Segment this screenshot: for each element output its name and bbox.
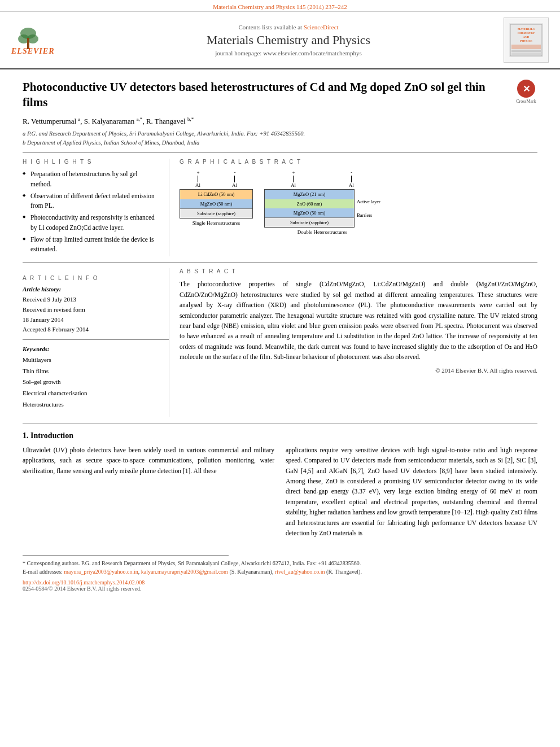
article-title-section: Photoconductive UV detectors based heter… — [23, 69, 537, 116]
article-history-text: Received 9 July 2013 Received in revised… — [23, 295, 169, 334]
intro-body: Ultraviolet (UV) photo detectors have be… — [23, 445, 537, 539]
main-content: Photoconductive UV detectors based heter… — [0, 69, 560, 592]
keyword-3: Sol–gel growth — [23, 377, 169, 388]
highlight-item-3: Photoconductivity and responsivity is en… — [23, 213, 159, 233]
layer-substrate-single: Substrate (sapphire) — [180, 208, 252, 218]
svg-text:PHYSICS: PHYSICS — [520, 40, 532, 42]
journal-homepage: journal homepage: www.elsevier.com/locat… — [73, 50, 504, 56]
rule-3 — [23, 423, 537, 423]
revised-date: 18 January 2014 — [23, 315, 169, 325]
author-vettumperumal: R. Vettumperumal a — [23, 117, 80, 125]
keyword-2: Thin films — [23, 366, 169, 377]
double-electrodes: Al Al — [264, 176, 380, 188]
author-kalyanaraman: S. Kalyanaraman a,* — [84, 117, 143, 125]
double-structure-with-labels: MgZnO (21 nm) ZnO (60 nm) MgZnO (50 nm) … — [264, 189, 380, 228]
single-electrodes: Al Al — [180, 176, 253, 188]
svg-rect-13 — [511, 50, 541, 52]
svg-text:ELSEVIER: ELSEVIER — [11, 47, 54, 55]
introduction-section: 1. Introduction Ultraviolet (UV) photo d… — [23, 431, 537, 539]
info-abstract-row: A R T I C L E I N F O Article history: R… — [23, 268, 537, 417]
email-link-3[interactable]: rtvel_au@yahoo.co.in — [275, 569, 325, 575]
abstract-label: A B S T R A C T — [180, 268, 537, 274]
single-structure-diagram: Li:CdZnO (50 nm) MgZnO (50 nm) Substrate… — [180, 189, 253, 219]
svg-rect-14 — [511, 53, 541, 55]
journal-logo-right: MATERIALS CHEMISTRY AND PHYSICS — [504, 18, 549, 63]
electrode-al-right: Al — [232, 176, 237, 188]
article-info-section: A R T I C L E I N F O Article history: R… — [23, 268, 169, 417]
author-thangavel: R. Thangavel b,* — [146, 117, 194, 125]
journal-reference-text: Materials Chemistry and Physics 145 (201… — [213, 3, 347, 10]
keywords-list: Multilayers Thin films Sol–gel growth El… — [23, 355, 169, 410]
single-plus-minus: + - — [180, 169, 253, 175]
history-label: Article history: — [23, 286, 169, 292]
intro-title: 1. Introduction — [23, 431, 537, 440]
intro-para1: Ultraviolet (UV) photo detectors have be… — [23, 445, 274, 476]
rule-1 — [23, 152, 537, 153]
rule-2 — [23, 262, 537, 263]
layer-mgzno-top: MgZnO (21 nm) — [265, 190, 354, 199]
layer-liczne: Li:CdZnO (50 nm) — [180, 190, 252, 199]
crossmark-label: CrossMark — [516, 99, 536, 104]
electrode-al-left-d: Al — [291, 176, 296, 188]
highlights-list: Preparation of heterostructures by sol g… — [23, 169, 159, 254]
barrier-labels: Active layer Barriers — [357, 199, 380, 218]
highlights-label: H I G H L I G H T S — [23, 159, 159, 165]
svg-rect-12 — [511, 45, 541, 49]
double-heterostructure: + - Al Al — [264, 169, 380, 235]
crossmark-icon: ✕ — [517, 80, 535, 98]
intro-col-right: applications require very sensitive devi… — [286, 445, 537, 539]
abstract-section: A B S T R A C T The photoconductive prop… — [169, 268, 537, 417]
electrode-al-left: Al — [195, 176, 200, 188]
hetero-diagram: + - Al Al Li:CdZnO (50 — [180, 169, 537, 235]
layer-zno: ZnO (60 nm) — [265, 199, 354, 208]
issn-text: 0254-0584/© 2014 Elsevier B.V. All right… — [23, 586, 537, 592]
single-label: Single Heterostructures — [193, 220, 240, 226]
elsevier-logo-svg: ELSEVIER — [11, 22, 62, 56]
footnotes-section: * Corresponding authors. P.G. and Resear… — [23, 555, 537, 592]
accepted-date: Accepted 8 February 2014 — [23, 325, 169, 335]
single-heterostructure: + - Al Al Li:CdZnO (50 — [180, 169, 253, 226]
authors-line: R. Vettumperumal a, S. Kalyanaraman a,*,… — [23, 116, 537, 126]
footnote-emails: E-mail addresses: mayura_priya2003@yahoo… — [23, 567, 537, 576]
highlight-item-1: Preparation of heterostructures by sol g… — [23, 169, 159, 189]
highlights-section: H I G H L I G H T S Preparation of heter… — [23, 159, 169, 256]
received-date: Received 9 July 2013 — [23, 295, 169, 305]
journal-cover-image: MATERIALS CHEMISTRY AND PHYSICS — [509, 23, 543, 57]
email-link-2[interactable]: kalyan.mayurapriyal2003@gmail.com — [141, 569, 228, 575]
double-structure-diagram: MgZnO (21 nm) ZnO (60 nm) MgZnO (50 nm) … — [264, 189, 355, 228]
copyright-line: © 2014 Elsevier B.V. All rights reserved… — [180, 367, 537, 374]
crossmark-badge: ✕ CrossMark — [515, 80, 537, 104]
article-title: Photoconductive UV detectors based heter… — [23, 80, 504, 111]
affiliation-a: a P.G. and Research Department of Physic… — [23, 129, 537, 138]
layer-mgzno-single: MgZnO (50 nm) — [180, 199, 252, 208]
affiliation-b: b Department of Applied Physics, Indian … — [23, 138, 537, 147]
affiliations: a P.G. and Research Department of Physic… — [23, 129, 537, 147]
double-label: Double Heterostructures — [298, 229, 347, 235]
contents-available-text: Contents lists available at ScienceDirec… — [73, 24, 504, 30]
electrode-al-right-d: Al — [349, 176, 354, 188]
svg-text:AND: AND — [523, 36, 530, 38]
article-info-label: A R T I C L E I N F O — [23, 275, 169, 281]
received-revised-label: Received in revised form — [23, 305, 169, 315]
email-name-1: (S. Kalyanaraman), — [229, 569, 275, 575]
layer-substrate-double: Substrate (sapphire) — [265, 217, 354, 227]
footnote-rule — [23, 555, 229, 556]
abstract-text: The photoconductive properties of single… — [180, 279, 537, 362]
elsevier-logo: ELSEVIER — [11, 22, 62, 58]
barriers-label: Barriers — [357, 212, 380, 218]
email-name-2: (R. Thangavel). — [326, 569, 362, 575]
doi-text[interactable]: http://dx.doi.org/10.1016/j.matchemphys.… — [23, 579, 537, 586]
footnote-corresponding: * Corresponding authors. P.G. and Resear… — [23, 559, 537, 567]
journal-header: ELSEVIER Contents lists available at Sci… — [0, 12, 560, 69]
intro-col-left: Ultraviolet (UV) photo detectors have be… — [23, 445, 274, 539]
highlight-item-2: Observation of different defect related … — [23, 191, 159, 211]
graphical-abstract-label: G R A P H I C A L A B S T R A C T — [180, 159, 537, 165]
double-plus-minus: + - — [264, 169, 380, 175]
journal-reference-bar: Materials Chemistry and Physics 145 (201… — [0, 0, 560, 12]
svg-text:CHEMISTRY: CHEMISTRY — [518, 32, 535, 34]
intro-para2: applications require very sensitive devi… — [286, 445, 537, 539]
sciencedirect-link[interactable]: ScienceDirect — [304, 24, 339, 30]
keyword-4: Electrical characterisation — [23, 388, 169, 399]
email-link-1[interactable]: mayura_priya2003@yahoo.co.in — [64, 569, 138, 575]
graphical-abstract-section: G R A P H I C A L A B S T R A C T + - Al — [169, 159, 537, 256]
